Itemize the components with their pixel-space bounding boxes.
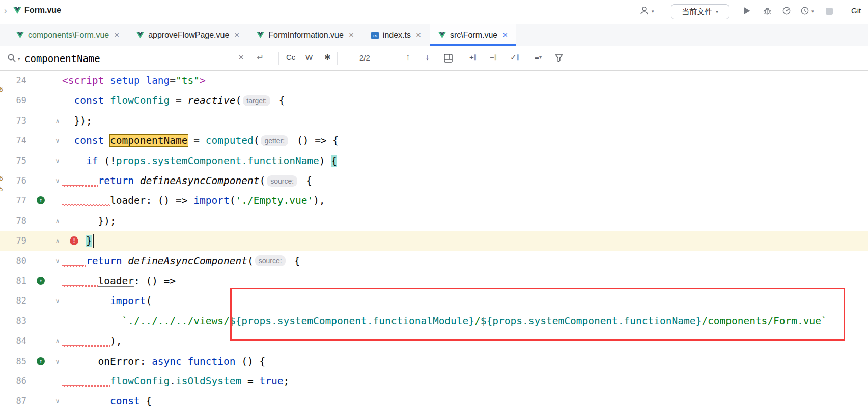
- match-case-toggle[interactable]: Cc: [286, 53, 295, 62]
- code-text[interactable]: return defineAsyncComponent(source: {: [62, 251, 300, 271]
- fold-up-icon[interactable]: ∧: [53, 211, 62, 231]
- editor-tab[interactable]: TSindex.ts×: [362, 24, 430, 46]
- search-input[interactable]: [24, 50, 228, 67]
- code-line-85[interactable]: 85∨↑ onError: async function () {: [0, 351, 868, 371]
- code-text[interactable]: });: [62, 111, 92, 131]
- fold-down-icon[interactable]: ∨: [53, 171, 62, 191]
- editor-tab[interactable]: components\Form.vue×: [8, 24, 128, 46]
- open-results-in-tool-window-button[interactable]: [444, 54, 453, 65]
- tab-close-icon[interactable]: ×: [502, 30, 508, 40]
- fold-down-icon[interactable]: ∨: [53, 131, 62, 151]
- code-text[interactable]: formJson: newJson,: [62, 411, 230, 417]
- code-line-78[interactable]: 78∧ });: [0, 211, 868, 231]
- debug-button[interactable]: [763, 6, 772, 17]
- fold-down-icon[interactable]: ∨: [53, 391, 62, 411]
- code-line-75[interactable]: 75∨ if (!props.systemComponent.functionN…: [0, 151, 868, 171]
- fold-up-icon[interactable]: ∧: [53, 231, 62, 251]
- fold-down-icon[interactable]: ∨: [53, 151, 62, 171]
- code-line-80[interactable]: 80∨ return defineAsyncComponent(source: …: [0, 251, 868, 271]
- remove-occurrence-button[interactable]: −∥: [490, 53, 497, 62]
- code-text[interactable]: const componentName = computed(getter: (…: [62, 131, 339, 151]
- whole-words-toggle[interactable]: W: [305, 53, 313, 62]
- code-line-76[interactable]: 76∨ return defineAsyncComponent(source: …: [0, 171, 868, 191]
- line-number[interactable]: 69: [0, 91, 26, 110]
- run-configuration-selector[interactable]: 当前文件 ▾: [671, 4, 729, 19]
- gutter-green-marker-icon[interactable]: ↑: [37, 277, 45, 285]
- regex-toggle[interactable]: ✱: [324, 53, 331, 62]
- code-line-81[interactable]: 81↑ loader: () =>: [0, 271, 868, 291]
- code-text[interactable]: const flowConfig = reactive(target: {: [62, 91, 285, 110]
- git-menu[interactable]: Git: [851, 6, 861, 15]
- code-line-77[interactable]: 77↑ loader: () => import('./Empty.vue'),: [0, 191, 868, 211]
- code-text[interactable]: if (!props.systemComponent.functionName)…: [62, 151, 337, 171]
- code-text[interactable]: const {: [62, 391, 152, 411]
- tab-close-icon[interactable]: ×: [416, 30, 421, 40]
- line-number[interactable]: 86: [0, 371, 26, 391]
- line-number[interactable]: 84: [0, 331, 26, 351]
- more-run-dropdown-arrow-icon[interactable]: ▾: [811, 9, 814, 14]
- line-number[interactable]: 81: [0, 271, 26, 291]
- code-text[interactable]: }: [62, 231, 94, 251]
- line-number[interactable]: 87: [0, 391, 26, 411]
- fold-down-icon[interactable]: ∨: [53, 351, 62, 371]
- next-match-button[interactable]: ↓: [425, 52, 430, 63]
- more-run-options-button[interactable]: [800, 6, 809, 17]
- fold-up-icon[interactable]: ∧: [53, 111, 62, 131]
- fold-down-icon[interactable]: ∨: [53, 251, 62, 271]
- code-line-87[interactable]: 87∨ const {: [0, 391, 868, 411]
- code-line-82[interactable]: 82∨ import(: [0, 291, 868, 311]
- search-history-arrow-icon[interactable]: ▾: [18, 56, 20, 62]
- code-text[interactable]: import(: [62, 291, 152, 311]
- line-number[interactable]: 78: [0, 211, 26, 231]
- code-line-79[interactable]: 79∧! }: [0, 231, 868, 251]
- line-number[interactable]: 80: [0, 251, 26, 271]
- tab-close-icon[interactable]: ×: [114, 30, 119, 40]
- code-line-69[interactable]: 69 const flowConfig = reactive(target: {: [0, 91, 868, 110]
- line-number[interactable]: 88: [0, 411, 26, 417]
- add-occurrence-button[interactable]: +∥: [469, 53, 477, 62]
- code-text[interactable]: });: [62, 211, 116, 231]
- line-number[interactable]: 75: [0, 151, 26, 171]
- editor-tab[interactable]: approveFlowPage.vue×: [128, 24, 248, 46]
- line-number[interactable]: 85: [0, 351, 26, 371]
- gutter-green-marker-icon[interactable]: ↑: [37, 196, 45, 204]
- search-icon[interactable]: [7, 53, 16, 65]
- line-number[interactable]: 79: [0, 231, 26, 251]
- code-line-84[interactable]: 84∧ ),: [0, 331, 868, 351]
- previous-match-button[interactable]: ↑: [406, 52, 410, 63]
- clear-search-button[interactable]: ×: [238, 52, 244, 63]
- code-line-74[interactable]: 74∨ const componentName = computed(gette…: [0, 131, 868, 151]
- stop-button[interactable]: [826, 8, 833, 15]
- editor-tab[interactable]: src\Form.vue×: [430, 24, 516, 46]
- profiler-button[interactable]: [782, 6, 791, 17]
- line-number[interactable]: 74: [0, 131, 26, 151]
- line-number[interactable]: 77: [0, 191, 26, 211]
- user-account-icon[interactable]: [639, 6, 649, 17]
- fold-up-icon[interactable]: ∧: [53, 331, 62, 351]
- filter-button[interactable]: [555, 54, 563, 64]
- code-text[interactable]: onError: async function () {: [62, 351, 265, 371]
- code-text[interactable]: <script setup lang="ts">: [62, 71, 206, 91]
- code-text[interactable]: `./../../../views/${props.systemComponen…: [62, 311, 827, 331]
- code-line-73[interactable]: 73∧ });: [0, 111, 868, 131]
- tab-close-icon[interactable]: ×: [349, 30, 354, 40]
- tab-close-icon[interactable]: ×: [234, 30, 239, 40]
- code-text[interactable]: return defineAsyncComponent(source: {: [62, 171, 312, 191]
- gutter-green-marker-icon[interactable]: ↑: [37, 357, 45, 365]
- select-all-occurrences-button[interactable]: ✓∥: [510, 53, 519, 62]
- line-number[interactable]: 82: [0, 291, 26, 311]
- editor-tab[interactable]: FormInformation.vue×: [248, 24, 362, 46]
- line-number[interactable]: 83: [0, 311, 26, 331]
- search-options-button[interactable]: ≡▾: [535, 53, 542, 62]
- newline-button[interactable]: ↵: [257, 52, 264, 63]
- code-text[interactable]: loader: () =>: [62, 271, 176, 291]
- code-line-24[interactable]: 24<script setup lang="ts">: [0, 71, 868, 91]
- code-text[interactable]: ),: [62, 331, 122, 351]
- code-text[interactable]: flowConfig.isOldSystem = true;: [62, 371, 289, 391]
- code-text[interactable]: loader: () => import('./Empty.vue'),: [62, 191, 325, 211]
- code-line-88[interactable]: 88 formJson: newJson,: [0, 411, 868, 417]
- code-line-86[interactable]: 86 flowConfig.isOldSystem = true;: [0, 371, 868, 391]
- editor[interactable]: 24<script setup lang="ts">69 const flowC…: [0, 71, 868, 417]
- code-line-83[interactable]: 83 `./../../../views/${props.systemCompo…: [0, 311, 868, 331]
- user-dropdown-arrow-icon[interactable]: ▾: [652, 9, 654, 14]
